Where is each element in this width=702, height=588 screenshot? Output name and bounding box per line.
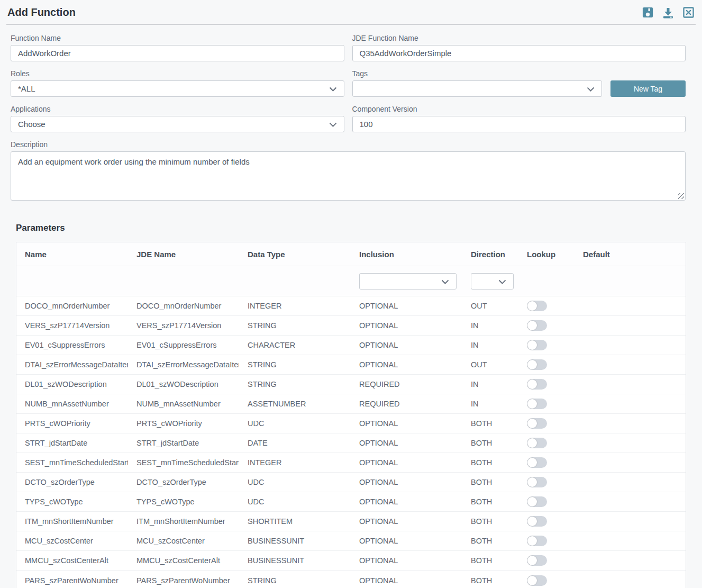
applications-label: Applications <box>11 105 344 113</box>
param-inclusion: REQUIRED <box>351 380 462 388</box>
param-name: PRTS_cWOPriority <box>16 419 128 428</box>
resize-grip-icon[interactable] <box>678 193 684 199</box>
param-data-type: CHARACTER <box>239 341 351 349</box>
param-jde-name: DOCO_mnOrderNumber <box>128 302 239 310</box>
param-name: DCTO_szOrderType <box>16 478 128 486</box>
param-direction: BOTH <box>462 556 518 565</box>
close-icon[interactable] <box>682 6 695 19</box>
lookup-toggle[interactable] <box>527 516 547 527</box>
jde-function-name-input[interactable] <box>352 45 686 61</box>
function-name-input[interactable] <box>11 45 344 61</box>
param-jde-name: STRT_jdStartDate <box>128 439 239 447</box>
table-row[interactable]: DL01_szWODescription DL01_szWODescriptio… <box>16 375 686 394</box>
lookup-toggle[interactable] <box>527 399 547 409</box>
param-inclusion: OPTIONAL <box>351 341 462 349</box>
table-row[interactable]: PRTS_cWOPriority PRTS_cWOPriority UDC OP… <box>16 414 686 433</box>
tags-select[interactable] <box>352 80 603 97</box>
param-jde-name: DL01_szWODescription <box>128 380 239 388</box>
param-jde-name: PARS_szParentWoNumber <box>128 576 239 585</box>
function-name-label: Function Name <box>11 34 344 42</box>
param-direction: BOTH <box>462 517 518 526</box>
chevron-down-icon <box>329 84 337 93</box>
lookup-toggle[interactable] <box>527 418 547 429</box>
download-icon[interactable] <box>662 6 674 19</box>
parameters-section: Parameters Name JDE Name Data Type Inclu… <box>16 223 686 588</box>
param-direction: OUT <box>462 302 518 310</box>
lookup-toggle[interactable] <box>527 496 547 507</box>
description-textarea[interactable]: Add an equipment work order using the mi… <box>11 151 686 201</box>
param-direction: IN <box>462 321 518 330</box>
roles-select-value: *ALL <box>18 84 35 93</box>
param-inclusion: OPTIONAL <box>351 360 462 369</box>
param-inclusion: OPTIONAL <box>351 302 462 310</box>
param-direction: BOTH <box>462 497 518 506</box>
table-row[interactable]: EV01_cSuppressErrors EV01_cSuppressError… <box>16 336 686 355</box>
table-row[interactable]: DTAI_szErrorMessageDataItem DTAI_szError… <box>16 355 686 375</box>
param-data-type: UDC <box>239 478 351 486</box>
param-direction: IN <box>462 400 518 408</box>
param-data-type: STRING <box>239 576 351 585</box>
param-name: MMCU_szCostCenterAlt <box>16 556 128 565</box>
lookup-toggle[interactable] <box>527 359 547 370</box>
chevron-down-icon <box>498 277 506 286</box>
lookup-toggle[interactable] <box>527 301 547 311</box>
param-inclusion: OPTIONAL <box>351 439 462 447</box>
lookup-toggle[interactable] <box>527 438 547 448</box>
chevron-down-icon <box>329 120 337 129</box>
param-jde-name: MCU_szCostCenter <box>128 537 239 545</box>
param-data-type: INTEGER <box>239 302 351 310</box>
param-data-type: ASSETNUMBER <box>239 400 351 408</box>
table-row[interactable]: DOCO_mnOrderNumber DOCO_mnOrderNumber IN… <box>16 296 686 316</box>
lookup-toggle[interactable] <box>527 340 547 350</box>
table-row[interactable]: TYPS_cWOType TYPS_cWOType UDC OPTIONAL B… <box>16 492 686 512</box>
table-row[interactable]: NUMB_mnAssetNumber NUMB_mnAssetNumber AS… <box>16 394 686 414</box>
param-inclusion: OPTIONAL <box>351 576 462 585</box>
param-direction: BOTH <box>462 478 518 486</box>
table-row[interactable]: DCTO_szOrderType DCTO_szOrderType UDC OP… <box>16 473 686 492</box>
inclusion-filter-select[interactable] <box>359 273 457 290</box>
lookup-toggle[interactable] <box>527 575 547 586</box>
param-jde-name: DCTO_szOrderType <box>128 478 239 486</box>
table-row[interactable]: MMCU_szCostCenterAlt MMCU_szCostCenterAl… <box>16 551 686 571</box>
param-jde-name: EV01_cSuppressErrors <box>128 341 239 349</box>
column-header-data-type: Data Type <box>239 250 351 259</box>
param-jde-name: ITM_mnShortItemNumber <box>128 517 239 526</box>
component-version-input[interactable] <box>352 116 686 132</box>
roles-select[interactable]: *ALL <box>11 80 344 97</box>
table-row[interactable]: VERS_szP17714Version VERS_szP17714Versio… <box>16 316 686 336</box>
applications-select[interactable]: Choose <box>11 116 344 132</box>
tags-field-group: Tags New Tag <box>352 69 686 97</box>
lookup-toggle[interactable] <box>527 457 547 468</box>
lookup-toggle[interactable] <box>527 536 547 546</box>
table-row[interactable]: MCU_szCostCenter MCU_szCostCenter BUSINE… <box>16 531 686 551</box>
param-data-type: DATE <box>239 439 351 447</box>
column-header-default: Default <box>575 250 686 259</box>
roles-field-group: Roles *ALL <box>11 69 344 97</box>
param-inclusion: OPTIONAL <box>351 321 462 330</box>
lookup-toggle[interactable] <box>527 379 547 390</box>
param-direction: BOTH <box>462 458 518 467</box>
table-row[interactable]: PARS_szParentWoNumber PARS_szParentWoNum… <box>16 571 686 588</box>
table-row[interactable]: STRT_jdStartDate STRT_jdStartDate DATE O… <box>16 433 686 453</box>
param-inclusion: OPTIONAL <box>351 497 462 506</box>
param-name: VERS_szP17714Version <box>16 321 128 330</box>
param-jde-name: SEST_mnTimeScheduledStart <box>128 458 239 467</box>
param-direction: BOTH <box>462 439 518 447</box>
save-icon[interactable] <box>642 6 654 19</box>
param-jde-name: MMCU_szCostCenterAlt <box>128 556 239 565</box>
param-data-type: UDC <box>239 497 351 506</box>
new-tag-button[interactable]: New Tag <box>610 80 686 97</box>
lookup-toggle[interactable] <box>527 477 547 487</box>
parameter-rows: DOCO_mnOrderNumber DOCO_mnOrderNumber IN… <box>16 296 686 588</box>
lookup-toggle[interactable] <box>527 320 547 331</box>
roles-label: Roles <box>11 69 344 78</box>
direction-filter-select[interactable] <box>471 273 514 290</box>
table-row[interactable]: SEST_mnTimeScheduledStart SEST_mnTimeSch… <box>16 453 686 473</box>
param-inclusion: OPTIONAL <box>351 556 462 565</box>
chevron-down-icon <box>441 277 449 286</box>
param-data-type: STRING <box>239 380 351 388</box>
applications-select-value: Choose <box>18 120 45 129</box>
table-row[interactable]: ITM_mnShortItemNumber ITM_mnShortItemNum… <box>16 512 686 531</box>
param-name: PARS_szParentWoNumber <box>16 576 128 585</box>
lookup-toggle[interactable] <box>527 555 547 566</box>
